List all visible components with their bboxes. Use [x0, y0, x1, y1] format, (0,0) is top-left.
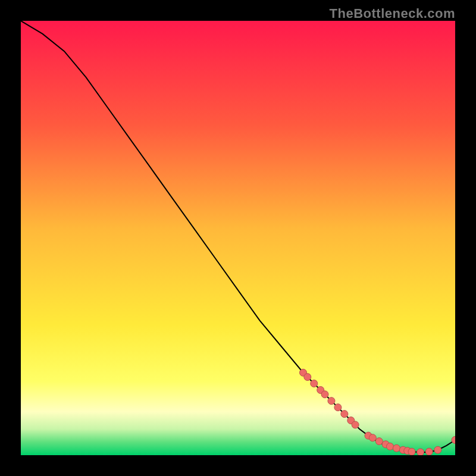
bottleneck-curve — [21, 21, 455, 452]
plot-area — [21, 21, 455, 455]
marker-point — [393, 444, 400, 452]
marker-point — [334, 404, 342, 411]
marker-point — [375, 438, 383, 445]
marker-point — [408, 448, 415, 455]
marker-point — [328, 397, 335, 405]
marker-point — [304, 374, 311, 381]
marker-point — [387, 443, 394, 450]
marker-point — [434, 446, 441, 453]
marker-point — [341, 411, 348, 418]
marker-point — [369, 434, 376, 441]
marker-point — [311, 380, 318, 387]
chart-stage: TheBottleneck.com — [0, 0, 476, 476]
marker-point — [425, 448, 433, 455]
curve-layer — [21, 21, 455, 455]
marker-point — [417, 449, 424, 455]
watermark-text: TheBottleneck.com — [330, 6, 455, 21]
marker-point — [352, 421, 359, 428]
highlighted-points — [300, 369, 456, 455]
marker-point — [321, 391, 328, 398]
